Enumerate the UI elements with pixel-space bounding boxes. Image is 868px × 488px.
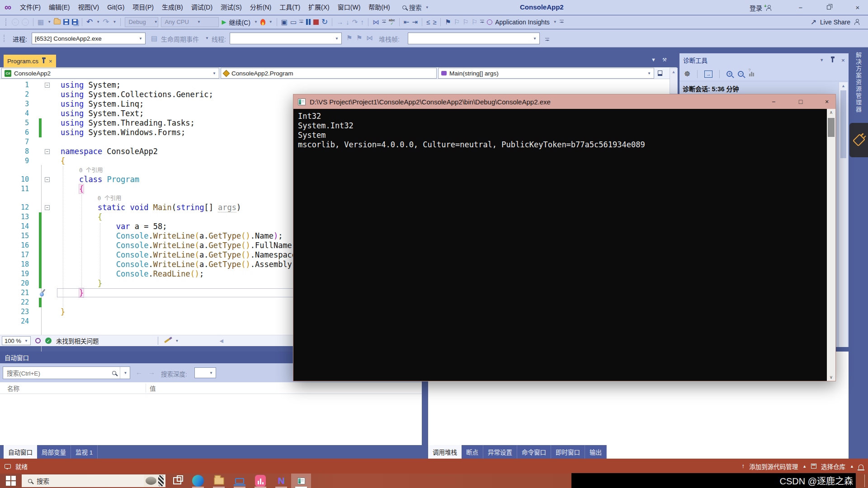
menu-item-2[interactable]: 视图(V) <box>74 0 104 15</box>
scrollbar-thumb[interactable] <box>840 90 846 158</box>
code-cleanup-icon[interactable] <box>164 338 170 343</box>
diagnostics-scrollbar[interactable]: ▲ <box>839 82 848 347</box>
bottom-right-tab-3[interactable]: 命令窗口 <box>517 445 551 459</box>
new-file-button[interactable]: ▦ <box>38 19 44 25</box>
navigate-back-button[interactable]: ← <box>12 19 19 26</box>
console-app-window[interactable]: D:\VS Project\Project1\ConsoleApp2\Conso… <box>293 94 836 381</box>
break-all-button[interactable] <box>306 19 311 25</box>
window-position-dropdown-icon[interactable]: ▼ <box>820 58 824 62</box>
indent-increase-button[interactable]: ≥ <box>433 19 436 25</box>
console-minimize-button[interactable]: − <box>767 94 780 109</box>
breadcrumb-project[interactable]: C# ConsoleApp2 ▼ <box>1 68 219 79</box>
search-dropdown[interactable]: ▼ <box>120 367 130 379</box>
minimize-button[interactable]: − <box>790 0 811 15</box>
console-titlebar[interactable]: D:\VS Project\Project1\ConsoleApp2\Conso… <box>293 94 835 109</box>
console-maximize-button[interactable]: □ <box>794 94 807 109</box>
diagnostics-titlebar[interactable]: 诊断工具 ▼ × <box>679 53 849 67</box>
toolbar-overflow-icon[interactable] <box>545 38 549 42</box>
menu-item-12[interactable]: 帮助(H) <box>364 0 394 15</box>
window-layout-button[interactable]: ▭ <box>290 19 297 25</box>
menu-item-0[interactable]: 文件(F) <box>16 0 45 15</box>
hscroll-left-arrow-icon[interactable]: ◀ <box>219 338 223 344</box>
settings-gear-icon[interactable]: ☸ <box>684 70 690 78</box>
code-line[interactable]: 1−using System; <box>0 80 668 90</box>
save-button[interactable] <box>63 19 69 25</box>
collaborators-icon[interactable] <box>854 19 860 25</box>
chevron-down-icon[interactable]: ▼ <box>175 339 179 343</box>
solution-platform-dropdown[interactable]: Any CPU▼ <box>161 17 219 27</box>
step-over-button[interactable]: ↷ <box>352 19 358 25</box>
autos-grid[interactable] <box>0 394 422 445</box>
search-highlight-image[interactable] <box>144 474 165 487</box>
menu-item-10[interactable]: 扩展(X) <box>304 0 334 15</box>
chart-help-icon[interactable]: ? <box>749 72 754 76</box>
menu-item-8[interactable]: 分析(N) <box>246 0 275 15</box>
scroll-down-icon[interactable]: ∨ <box>827 374 835 381</box>
search-forward-icon[interactable]: → <box>148 368 155 376</box>
column-name[interactable]: 名称 <box>0 384 146 393</box>
column-value[interactable]: 值 <box>146 384 156 393</box>
start-button[interactable] <box>0 474 22 488</box>
toolbar-overflow-icon[interactable] <box>299 20 303 24</box>
continue-play-icon[interactable]: ▶ <box>222 19 226 25</box>
bottom-right-tab-0[interactable]: 调用堆栈 <box>428 445 462 459</box>
bottom-right-tab-5[interactable]: 输出 <box>585 445 607 459</box>
application-insights-dropdown[interactable]: Application Insights <box>495 19 550 26</box>
editor-vertical-scrollbar[interactable]: ▲ <box>670 68 678 94</box>
save-all-button[interactable] <box>72 19 78 25</box>
chevron-down-icon[interactable]: ▼ <box>254 20 258 24</box>
chevron-down-icon[interactable]: ▼ <box>113 20 117 24</box>
notifications-bell-icon[interactable] <box>859 465 863 469</box>
search-depth-dropdown[interactable]: ▼ <box>194 367 216 378</box>
console-scrollbar[interactable]: ∧ ∨ <box>827 109 835 381</box>
export-icon[interactable]: → <box>704 70 712 78</box>
console-close-button[interactable]: × <box>820 94 834 109</box>
editor-zoom-dropdown[interactable]: 100 %▼ <box>2 336 31 345</box>
sign-in-button[interactable]: 登录 + <box>750 3 772 12</box>
menu-item-11[interactable]: 窗口(W) <box>334 0 365 15</box>
chevron-down-icon[interactable]: ▼ <box>269 20 273 24</box>
next-bookmark-button[interactable]: ⚐ <box>462 19 468 25</box>
caret-nav-button[interactable]: ⇤ <box>404 19 410 25</box>
select-repo-button[interactable]: 选择仓库 <box>821 462 845 471</box>
open-file-button[interactable] <box>54 19 61 24</box>
feedback-icon[interactable] <box>5 464 11 469</box>
menu-item-4[interactable]: 项目(P) <box>128 0 158 15</box>
collapse-box-icon[interactable]: − <box>45 205 50 210</box>
thread-dropdown[interactable]: ▼ <box>230 33 342 44</box>
breadcrumb-class[interactable]: ConsoleApp2.Program <box>221 68 437 79</box>
scroll-up-icon[interactable]: ∧ <box>827 109 835 116</box>
menu-item-6[interactable]: 调试(D) <box>187 0 217 15</box>
caret-up-icon[interactable]: ▲ <box>850 464 854 469</box>
solution-config-dropdown[interactable]: Debug▼ <box>125 17 158 27</box>
split-window-icon[interactable] <box>658 67 662 79</box>
console-output-area[interactable]: Int32System.Int32Systemmscorlib, Version… <box>293 109 835 381</box>
step-out-button[interactable]: ↑ <box>360 19 364 25</box>
pink-chart-app-icon[interactable] <box>251 474 269 488</box>
continue-button[interactable]: 继续(C) <box>229 18 250 27</box>
search-control[interactable]: 搜索 ▼ <box>402 3 429 12</box>
menu-item-7[interactable]: 测试(S) <box>217 0 246 15</box>
chevron-down-icon[interactable]: ▼ <box>47 20 51 24</box>
task-view-button[interactable] <box>168 474 186 488</box>
document-options-icon[interactable]: ⚒ <box>662 57 667 63</box>
scroll-up-icon[interactable]: ▲ <box>839 82 848 89</box>
bottom-left-tab-0[interactable]: 自动窗口 <box>4 445 37 459</box>
laptop-app-icon[interactable] <box>231 474 249 488</box>
collapse-box-icon[interactable]: − <box>45 149 50 154</box>
file-explorer-icon[interactable] <box>210 474 228 488</box>
pin-icon[interactable] <box>832 58 833 62</box>
toolbar-overflow-icon[interactable] <box>480 20 484 24</box>
plug-overlay-icon[interactable] <box>849 123 868 157</box>
clear-bookmarks-button[interactable]: ⚐ <box>472 19 477 25</box>
flag-thread-icon[interactable]: ⚑ <box>356 34 362 41</box>
step-into-button[interactable]: ↓ <box>346 19 349 25</box>
menu-item-1[interactable]: 编辑(E) <box>45 0 74 15</box>
toggle-flagged-icon[interactable]: ⋈ <box>366 34 373 41</box>
close-icon[interactable]: × <box>49 58 52 65</box>
undo-button[interactable]: ↶ <box>86 18 93 26</box>
pin-icon[interactable] <box>43 59 44 63</box>
right-dock-tab-0[interactable]: 解决方案资源管理器 <box>854 52 863 113</box>
nvim-app-icon[interactable]: N <box>272 474 290 488</box>
bottom-right-tab-1[interactable]: 断点 <box>462 445 483 459</box>
